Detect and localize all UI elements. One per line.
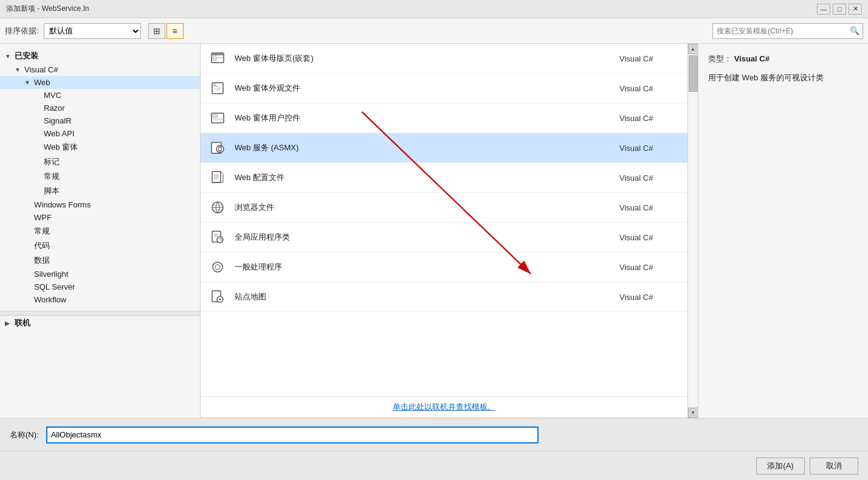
tree-label-workflow: Workflow [34,295,66,304]
handler-icon [208,257,227,277]
expand-arrow-installed [5,53,12,60]
tree-label-code: 代码 [34,240,50,251]
tree-item-web[interactable]: Web [0,76,200,89]
tree-label-mvc: MVC [44,91,61,100]
svg-rect-3 [213,56,216,61]
tree-item-visual-cs[interactable]: Visual C# [0,63,200,76]
template-lang-web-master-page: Visual C# [619,54,680,63]
link-bar: 单击此处以联机并查找模板。 [201,396,687,418]
info-description: 用于创建 Web 服务的可视设计类 [708,72,858,84]
template-item-global-app[interactable]: 全局应用程序类 Visual C# [201,223,687,252]
template-lang-sitemap: Visual C# [619,293,680,302]
list-icon: ≡ [173,26,177,36]
tree-label-silverlight: Silverlight [34,270,68,279]
tree-label-normal: 常规 [44,171,60,182]
grid-view-button[interactable]: ⊞ [148,23,165,39]
browser-file-icon [208,198,227,217]
tree-item-installed[interactable]: 已安装 [0,49,200,63]
tree-item-mark[interactable]: 标记 [0,155,200,169]
scroll-up-button[interactable]: ▲ [688,44,698,54]
tree-item-signalr[interactable]: SignalR [0,114,200,127]
template-lang-global-app: Visual C# [619,233,680,242]
web-config-icon [208,168,227,187]
tree-item-script[interactable]: 脚本 [0,184,200,198]
tree-label-web: Web [34,78,50,87]
tree-label-wpf: WPF [34,213,52,222]
tree-label-normal2: 常规 [34,226,50,237]
tree-label-online: 联机 [15,318,30,329]
template-item-handler[interactable]: 一般处理程序 Visual C# [201,252,687,282]
sort-label: 排序依据: [5,26,39,37]
template-name-handler: 一般处理程序 [235,262,619,273]
tree-label-installed: 已安装 [15,50,38,61]
tree-label-windows-forms: Windows Forms [34,200,91,209]
tree-label-web-window: Web 窗体 [44,142,78,153]
tree-item-wpf[interactable]: WPF [0,211,200,224]
minimize-button[interactable]: — [817,4,830,15]
template-item-web-user-control[interactable]: Web 窗体用户控件 Visual C# [201,103,687,133]
tree-item-windows-forms[interactable]: Windows Forms [0,198,200,211]
cancel-button[interactable]: 取消 [810,457,858,475]
list-view-button[interactable]: ≡ [167,23,184,39]
svg-rect-6 [213,84,216,86]
name-input[interactable] [46,426,539,443]
template-item-web-config[interactable]: Web 配置文件 Visual C# [201,163,687,193]
template-item-web-service-asmx[interactable]: Web 服务 (ASMX) Visual C# [201,133,687,163]
scroll-down-button[interactable]: ▼ [688,408,698,418]
web-skin-icon [208,78,227,98]
main-body: 已安装 Visual C# Web MVC Razor SignalR [0,44,868,418]
template-name-browser-file: 浏览器文件 [235,202,619,213]
search-button[interactable]: 🔍 [847,24,863,38]
title-controls: — □ ✕ [817,4,862,15]
tree-label-script: 脚本 [44,186,60,197]
template-name-web-user-control: Web 窗体用户控件 [235,113,619,123]
tree-label-sql-server: SQL Server [34,282,75,291]
add-button[interactable]: 添加(A) [756,457,805,475]
template-item-web-skin[interactable]: Web 窗体外观文件 Visual C# [201,74,687,103]
tree-item-online[interactable]: 联机 [0,316,200,330]
tree-item-razor[interactable]: Razor [0,102,200,114]
template-name-web-service-asmx: Web 服务 (ASMX) [235,142,619,153]
close-button[interactable]: ✕ [849,4,862,15]
link-find-templates[interactable]: 单击此处以联机并查找模板。 [393,402,495,412]
expand-arrow-online [5,320,12,327]
type-row: 类型： Visual C# [708,54,858,64]
tree-label-visual-cs: Visual C# [24,65,58,74]
template-item-web-master-page[interactable]: Web 窗体母版页(嵌套) Visual C# [201,44,687,74]
right-panel: Web 窗体母版页(嵌套) Visual C# Web 窗体外观文件 [201,44,868,418]
search-input[interactable] [713,24,847,38]
title-text: 添加新项 - WebService.In [6,4,89,14]
svg-rect-9 [213,119,222,120]
tree-item-web-api[interactable]: Web API [0,127,200,140]
sort-select[interactable]: 默认值 [44,23,141,39]
svg-rect-1 [212,53,224,55]
tree-item-workflow[interactable]: Workflow [0,293,200,306]
maximize-button[interactable]: □ [833,4,846,15]
template-item-browser-file[interactable]: 浏览器文件 Visual C# [201,193,687,223]
tree-item-mvc[interactable]: MVC [0,89,200,102]
template-name-web-skin: Web 窗体外观文件 [235,83,619,94]
tree-item-sql-server[interactable]: SQL Server [0,280,200,293]
left-panel: 已安装 Visual C# Web MVC Razor SignalR [0,44,201,418]
tree-item-normal[interactable]: 常规 [0,169,200,184]
tree-label-web-api: Web API [44,129,74,138]
tree-item-code[interactable]: 代码 [0,238,200,253]
template-lang-browser-file: Visual C# [619,203,680,212]
template-item-sitemap[interactable]: 站点地图 Visual C# [201,282,687,312]
toolbar: 排序依据: 默认值 ⊞ ≡ 🔍 [0,18,868,44]
tree-item-normal2[interactable]: 常规 [0,224,200,238]
type-label: 类型： [708,54,732,63]
type-value: Visual C# [734,54,770,63]
title-bar: 添加新项 - WebService.In — □ ✕ [0,0,868,18]
scrollbar-thumb[interactable] [689,55,698,92]
expand-arrow-web [24,79,32,86]
sitemap-icon [208,287,227,307]
template-name-web-master-page: Web 窗体母版页(嵌套) [235,53,619,64]
template-name-global-app: 全局应用程序类 [235,232,619,243]
grid-icon: ⊞ [153,26,160,36]
template-name-web-config: Web 配置文件 [235,172,619,183]
tree-item-web-window[interactable]: Web 窗体 [0,140,200,155]
view-buttons: ⊞ ≡ [148,23,184,39]
tree-item-silverlight[interactable]: Silverlight [0,268,200,280]
tree-item-data[interactable]: 数据 [0,253,200,268]
